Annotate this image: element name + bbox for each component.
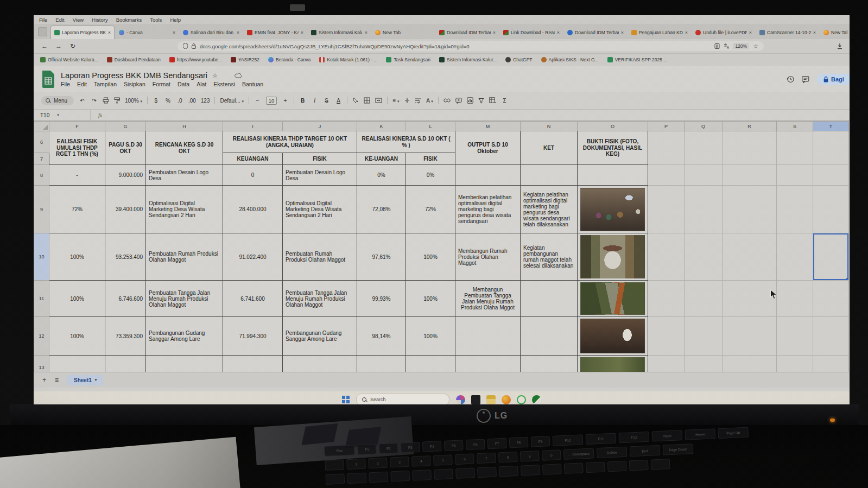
cell-T11[interactable] <box>813 281 849 317</box>
star-document-icon[interactable]: ☆ <box>212 72 218 79</box>
cell-M11[interactable]: Membangun Pembuatan Tangga Jalan Menuju … <box>455 281 521 317</box>
tab-close-icon[interactable]: × <box>749 30 752 35</box>
cell-J11[interactable]: Pembuatan Tangga Jalan Menuju Rumah Prod… <box>283 281 357 317</box>
sheets-menu-ekstensi[interactable]: Ekstensi <box>213 81 235 87</box>
header-cell-G[interactable]: PAGU S.D 30 OKT <box>105 131 146 165</box>
browser-tab[interactable]: Salinan dari Biru dan Me× <box>180 26 243 39</box>
insert-link-icon[interactable] <box>443 98 451 103</box>
column-header-J[interactable]: J <box>283 122 357 131</box>
select-all-corner[interactable] <box>34 122 49 131</box>
sheets-menu-tampilan[interactable]: Tampilan <box>94 81 117 87</box>
bookmark-star-icon[interactable]: ☆ <box>753 43 758 50</box>
strikethrough-button[interactable]: S <box>323 98 330 104</box>
cell-L10[interactable]: 100% <box>406 233 455 281</box>
reader-view-icon[interactable] <box>714 43 720 49</box>
cell-K9[interactable]: 72,08% <box>357 186 406 233</box>
cell-Q8[interactable] <box>685 165 723 186</box>
cell-G12[interactable]: 73.359.300 <box>105 317 146 356</box>
cell-G10[interactable]: 93.253.400 <box>105 233 146 281</box>
cell-O13[interactable] <box>578 356 648 372</box>
toolbar-search-menu[interactable]: Menu <box>41 96 74 105</box>
sheets-menu-data[interactable]: Data <box>178 81 189 87</box>
cell-K8[interactable]: 0% <box>357 165 406 186</box>
tab-close-icon[interactable]: × <box>173 30 175 35</box>
cell-R13[interactable] <box>723 356 777 372</box>
cell-O12[interactable] <box>578 317 648 356</box>
cell-G9[interactable]: 39.400.000 <box>105 186 146 233</box>
browser-tab[interactable]: Link Download - Ready× <box>500 26 563 39</box>
borders-icon[interactable] <box>364 97 370 104</box>
cell-R6[interactable] <box>723 131 777 165</box>
filter-icon[interactable] <box>478 98 484 104</box>
cell-Q11[interactable] <box>685 281 723 317</box>
undo-icon[interactable]: ↶ <box>79 98 86 104</box>
address-bar[interactable]: docs.google.com/spreadsheets/d/1uNVGAgQs… <box>178 41 764 51</box>
cell-T12[interactable] <box>813 317 849 356</box>
cell-J9[interactable]: Optimalisasi Digital Marketing Desa Wisa… <box>283 186 357 233</box>
column-header-T[interactable]: T <box>813 122 849 131</box>
cell-P13[interactable] <box>648 356 685 372</box>
header-cell-N[interactable]: KET <box>521 131 578 165</box>
browser-tab[interactable]: Laporan Progress BKK D× <box>50 26 115 39</box>
bold-button[interactable]: B <box>299 98 306 104</box>
cell-L9[interactable]: 72% <box>406 186 455 233</box>
redo-icon[interactable]: ↷ <box>91 98 98 104</box>
browser-tab[interactable]: EMIN feat. JONY - KAMI× <box>244 26 307 39</box>
tab-close-icon[interactable]: × <box>621 30 624 35</box>
sheets-menu-file[interactable]: File <box>61 81 70 87</box>
cell-T8[interactable] <box>813 165 849 186</box>
insert-chart-icon[interactable] <box>467 97 473 104</box>
menubar-item-history[interactable]: History <box>92 17 108 23</box>
cell-N10[interactable]: Kegiatan pembangunan rumah maggot telah … <box>521 233 578 281</box>
cell-N12[interactable] <box>521 317 578 356</box>
cell-O10[interactable] <box>578 233 648 281</box>
browser-tab[interactable]: CamScanner 14-10-2025 16× <box>756 26 819 39</box>
collage-app-icon[interactable] <box>456 395 465 404</box>
tab-close-icon[interactable]: × <box>685 30 688 35</box>
bookmark-item[interactable]: Task Sendangsari <box>386 57 430 62</box>
cell-S10[interactable] <box>777 233 813 281</box>
column-header-G[interactable]: G <box>105 122 146 131</box>
menubar-item-edit[interactable]: Edit <box>55 17 64 23</box>
start-icon[interactable] <box>342 396 350 403</box>
cell-J12[interactable]: Pembangunan Gudang Sanggar Among Lare <box>283 317 357 356</box>
cell-N9[interactable]: Kegiatan pelatihan optimalisasi digital … <box>521 186 578 233</box>
paint-format-icon[interactable] <box>114 97 120 104</box>
bookmark-item[interactable]: Beranda - Canva <box>268 57 311 62</box>
cell-S11[interactable] <box>777 281 813 317</box>
row-header-13[interactable]: 13 <box>34 356 49 372</box>
cell-R11[interactable] <box>723 281 777 317</box>
header-cell-O[interactable]: BUKTI FISIK (FOTO, DOKUMENTASI, HASIL KE… <box>578 131 648 165</box>
cell-F8[interactable]: - <box>49 165 105 186</box>
column-header-L[interactable]: L <box>406 122 455 131</box>
taskbar-search[interactable]: Search <box>356 394 449 404</box>
text-color-button[interactable]: A <box>335 98 342 104</box>
cell-S13[interactable] <box>777 356 813 372</box>
cell-K13[interactable] <box>357 356 406 372</box>
cell-H10[interactable]: Pembuatan Rumah Produksi Olahan Maggot <box>146 233 223 281</box>
sheets-menu-edit[interactable]: Edit <box>77 81 87 87</box>
cell-H8[interactable]: Pembuatan Desain Logo Desa <box>146 165 223 186</box>
italic-button[interactable]: I <box>311 98 318 104</box>
page-zoom-indicator[interactable]: 120% <box>733 43 749 49</box>
fx-icon[interactable]: fx <box>90 110 102 121</box>
cell-F12[interactable]: 100% <box>49 317 105 356</box>
bookmark-item[interactable]: Aplikasi SIKS - Next G... <box>541 57 599 62</box>
tab-close-icon[interactable]: × <box>493 30 496 35</box>
cell-Q9[interactable] <box>685 186 723 233</box>
format-currency-icon[interactable]: $ <box>153 98 160 104</box>
bookmark-item[interactable]: ChatGPT <box>505 57 532 62</box>
header-cell-IJ-group[interactable]: REALISASI KINERJA THDP TARGET 10 OKT (AN… <box>223 131 357 153</box>
name-box[interactable]: T10▾ <box>34 112 90 118</box>
cell-H13[interactable] <box>146 356 223 372</box>
back-icon[interactable]: ← <box>40 42 49 50</box>
cell-K12[interactable]: 98,14% <box>357 317 406 356</box>
cell-I12[interactable]: 71.994.300 <box>223 317 283 356</box>
bookmark-item[interactable]: Sistem Informasi Kalur... <box>439 57 497 62</box>
cell-H12[interactable]: Pembangunan Gudang Sanggar Among Lare <box>146 317 223 356</box>
cell-Q13[interactable] <box>685 356 723 372</box>
cell-T13[interactable] <box>813 356 849 372</box>
cell-R12[interactable] <box>723 317 777 356</box>
row-header-10[interactable]: 10 <box>34 233 49 281</box>
insert-comment-icon[interactable] <box>455 98 462 104</box>
